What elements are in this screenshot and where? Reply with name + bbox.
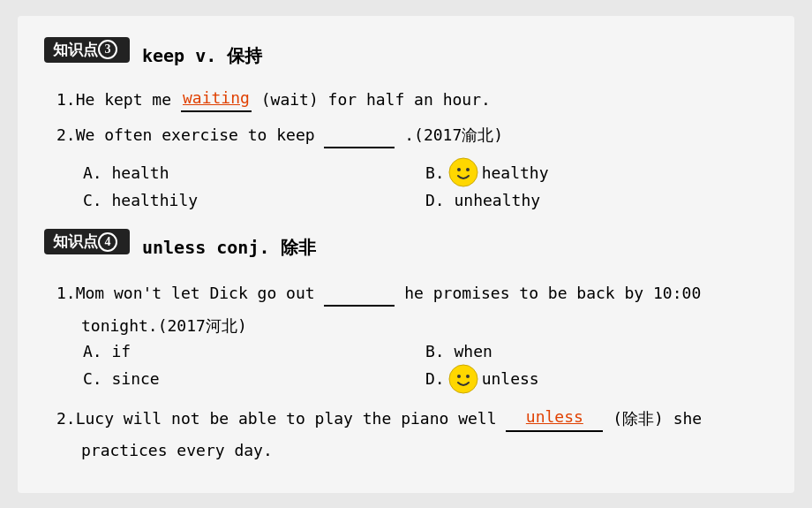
option-D-text: unhealthy: [445, 191, 540, 209]
option-B-text: healthy: [482, 163, 549, 182]
section4-option-B: B. when: [425, 342, 768, 360]
section3-badge: 知识点 3: [44, 37, 130, 63]
svg-point-5: [466, 375, 470, 378]
s4-option-C-text: since: [102, 369, 160, 388]
section4-option-A: A. if: [83, 342, 425, 360]
q2s4-middle: (除非) she: [603, 409, 702, 428]
section4-badge: 知识点 4: [44, 229, 130, 254]
option-A-text: health: [102, 163, 169, 182]
q2-blank: [324, 121, 395, 148]
section4-q1-options: A. if B. when C. since D.: [56, 342, 768, 398]
section4-questions: 1.Mom won't let Dick go out he promises …: [44, 279, 768, 459]
section4-q2: 2.Lucy will not be able to play the pian…: [56, 405, 768, 432]
q1s4-prefix: 1.Mom won't let Dick go out: [56, 284, 324, 302]
main-card: 知识点 3 keep v. 保持 1.He kept me waiting (w…: [18, 16, 794, 493]
q2-suffix: .(2017渝北): [395, 125, 503, 144]
section4-option-C: C. since: [83, 364, 425, 394]
q2-prefix: 2.We often exercise to keep: [56, 125, 324, 144]
svg-point-2: [466, 168, 470, 171]
q1-blank: waiting: [181, 86, 252, 113]
q2s4-prefix: 2.Lucy will not be able to play the pian…: [56, 409, 506, 428]
section4-option-D: D. unless: [425, 364, 768, 394]
section3-option-C: C. healthily: [83, 191, 425, 209]
svg-point-3: [449, 365, 477, 393]
q2s4-blank: unless: [506, 405, 603, 432]
q1s4-middle: he promises to be back by 10:00: [395, 284, 701, 302]
section3-option-B: B. healthy: [425, 157, 768, 187]
q2s4-fill: unless: [526, 407, 583, 426]
q1-suffix: (wait) for half an hour.: [252, 90, 491, 109]
section3-q2: 2.We often exercise to keep .(2017渝北): [56, 121, 768, 148]
smiley-icon-B: [448, 157, 478, 187]
section3-options: A. health B. healthy C. healthily: [56, 157, 768, 213]
section3-badge-label: 知识点: [53, 40, 98, 60]
section4-q1: 1.Mom won't let Dick go out he promises …: [56, 279, 768, 307]
s4-option-B-text: when: [445, 342, 492, 360]
section4-q1-line2: tonight.(2017河北): [56, 315, 768, 337]
section4-title: unless conj. 除非: [142, 236, 316, 260]
section4-q2-line2: practices every day.: [56, 441, 768, 459]
section3-badge-num: 3: [98, 40, 117, 59]
section4-badge-label: 知识点: [53, 231, 98, 252]
svg-point-1: [457, 168, 461, 171]
section3-title: keep v. 保持: [142, 44, 262, 68]
s4-option-A-text: if: [102, 342, 132, 360]
section3-q1: 1.He kept me waiting (wait) for half an …: [56, 86, 768, 113]
s4-option-D-text: unless: [482, 369, 539, 388]
section4-badge-num: 4: [98, 232, 117, 252]
svg-point-0: [449, 158, 477, 186]
q1-prefix: 1.He kept me: [56, 90, 181, 109]
svg-point-4: [457, 375, 461, 378]
q1s4-blank: [324, 279, 395, 307]
smiley-icon-D: [448, 364, 478, 394]
section3-option-D: D. unhealthy: [425, 191, 768, 209]
section3-questions: 1.He kept me waiting (wait) for half an …: [44, 86, 768, 214]
q1-fill: waiting: [183, 88, 250, 107]
option-C-text: healthily: [102, 191, 198, 209]
section3-option-A: A. health: [83, 157, 425, 187]
